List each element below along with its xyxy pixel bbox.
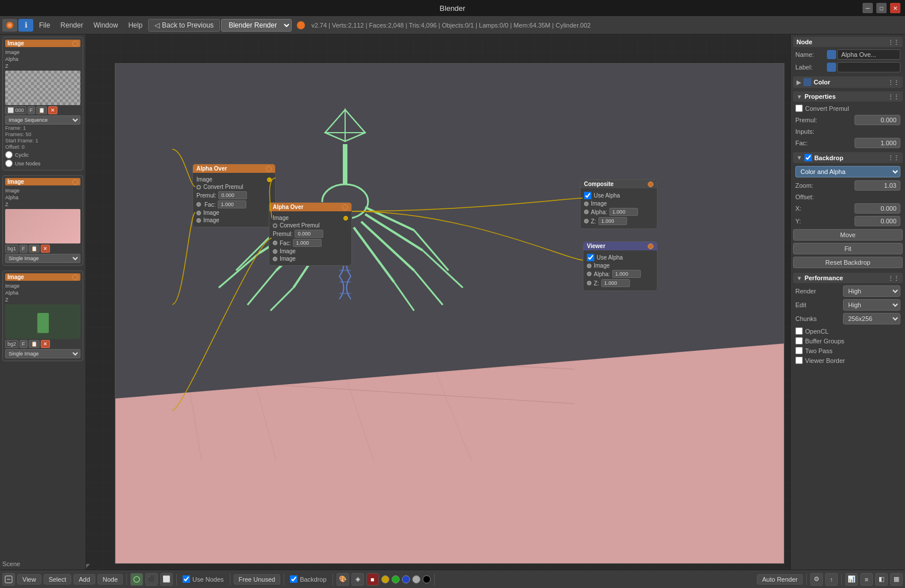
panel-icon-2[interactable]: ≡: [860, 573, 873, 586]
close-button[interactable]: ✕: [890, 3, 900, 13]
settings-icon-2[interactable]: ↑: [825, 573, 838, 586]
alpha-over-1-close[interactable]: [266, 166, 272, 172]
select-button[interactable]: Select: [44, 574, 72, 585]
minimize-button[interactable]: ─: [863, 3, 873, 13]
back-to-previous-button[interactable]: ◁ Back to Previous: [148, 19, 220, 32]
node-type-icon-1[interactable]: [130, 573, 143, 586]
black-color-dot[interactable]: [423, 575, 431, 583]
move-button[interactable]: Move: [793, 229, 903, 241]
zoom-input[interactable]: [854, 180, 900, 191]
fit-button[interactable]: Fit: [793, 243, 903, 254]
x-input[interactable]: [854, 203, 900, 214]
composite-close[interactable]: [648, 181, 653, 187]
backdrop-enable-checkbox[interactable]: [805, 154, 812, 161]
viewer-border-checkbox[interactable]: [795, 357, 803, 364]
alpha-over-2-premul[interactable]: [295, 230, 323, 238]
y-input[interactable]: [854, 216, 900, 226]
alpha-over-1-premul[interactable]: [218, 191, 247, 199]
reset-backdrop-button[interactable]: Reset Backdrop: [793, 257, 903, 268]
node-label-input[interactable]: [837, 62, 900, 72]
render-quality-select[interactable]: High Medium Low: [843, 285, 900, 297]
viewer-use-alpha[interactable]: [587, 254, 594, 261]
window-menu[interactable]: Window: [89, 20, 123, 30]
node-type-icon-3[interactable]: ⬜: [160, 573, 173, 586]
alpha-over-2-close[interactable]: [342, 204, 348, 210]
viewer-node[interactable]: Viewer Use Alpha Image Alpha:: [583, 241, 658, 291]
image-node-2-source[interactable]: Single Image: [5, 254, 80, 263]
alpha-over-2-image-out[interactable]: [343, 216, 348, 220]
cyclic-radio[interactable]: [5, 151, 13, 158]
image-node-3-source[interactable]: Single Image: [5, 349, 80, 358]
alpha-over-1-fac[interactable]: [218, 200, 246, 208]
label-label: Label:: [795, 64, 813, 71]
auto-render-button[interactable]: Auto Render: [757, 574, 803, 585]
yellow-color-dot[interactable]: [381, 575, 389, 583]
chunks-select[interactable]: 256x256 128x128 512x512: [843, 313, 900, 324]
viewer-image-in[interactable]: [587, 264, 591, 268]
convert-premul-checkbox[interactable]: [795, 105, 803, 112]
viewer-close[interactable]: [648, 243, 653, 249]
alpha-over-1-image-in-1[interactable]: [196, 211, 201, 215]
image-node-1-close[interactable]: [72, 41, 78, 47]
node-type-icon-2[interactable]: ⬛: [145, 573, 158, 586]
image-node-1-source[interactable]: Image Sequence: [5, 115, 80, 125]
maximize-button[interactable]: □: [876, 3, 887, 13]
add-button[interactable]: Add: [74, 574, 95, 585]
two-pass-checkbox[interactable]: [795, 347, 803, 354]
file-menu[interactable]: File: [34, 20, 55, 30]
node-editor[interactable]: ◤: [86, 34, 790, 570]
alpha-over-1-image-in-2[interactable]: [196, 218, 201, 223]
viewer-z[interactable]: [601, 279, 630, 287]
svg-line-7: [173, 289, 202, 461]
composite-z[interactable]: [598, 217, 627, 225]
backdrop-checkbox[interactable]: [290, 575, 297, 583]
blender-icon-button[interactable]: [2, 19, 17, 32]
properties-section-header[interactable]: ▼ Properties ⋮⋮: [793, 91, 903, 102]
node-section-header[interactable]: Node ⋮⋮: [793, 37, 903, 47]
viewer-alpha[interactable]: [612, 270, 641, 278]
composite-node[interactable]: Composite Use Alpha Image Alpha:: [580, 179, 658, 229]
gray-color-dot[interactable]: [412, 575, 420, 583]
fac-input[interactable]: [854, 138, 900, 148]
render-menu[interactable]: Render: [56, 20, 87, 30]
green-color-dot[interactable]: [392, 575, 400, 583]
alpha-over-2-fac[interactable]: [293, 239, 322, 247]
node-button[interactable]: Node: [98, 574, 123, 585]
panel-icon-1[interactable]: 📊: [845, 573, 858, 586]
auto-refresh-radio[interactable]: [5, 160, 13, 167]
alpha-over-node-1[interactable]: Alpha Over Image Convert Premul Premul:: [192, 164, 276, 227]
node-name-input[interactable]: [837, 49, 900, 60]
composite-alpha[interactable]: [609, 208, 638, 216]
premul-input[interactable]: [854, 115, 900, 125]
edit-quality-select[interactable]: High Medium Low: [843, 299, 900, 311]
color-picker-1[interactable]: 🎨: [337, 573, 349, 586]
image-node-3-close[interactable]: [72, 274, 78, 280]
blue-color-dot[interactable]: [402, 575, 410, 583]
color-picker-3[interactable]: ■: [366, 573, 379, 586]
use-nodes-checkbox[interactable]: [183, 575, 190, 583]
help-menu[interactable]: Help: [123, 20, 147, 30]
alpha-over-2-image-in-2[interactable]: [273, 257, 277, 261]
free-unused-button[interactable]: Free Unused: [234, 574, 281, 585]
view-button[interactable]: View: [17, 574, 41, 585]
backdrop-section-header[interactable]: ▼ Backdrop ⋮⋮: [793, 152, 903, 163]
color-section: ▶ Color ⋮⋮: [793, 76, 903, 88]
color-section-header[interactable]: ▶ Color ⋮⋮: [793, 76, 903, 88]
image-node-2-close[interactable]: [72, 179, 78, 185]
buffer-groups-checkbox[interactable]: [795, 337, 803, 345]
opencl-checkbox[interactable]: [795, 327, 803, 335]
settings-icon-1[interactable]: ⚙: [810, 573, 823, 586]
composite-image-in[interactable]: [584, 202, 589, 206]
panel-icon-3[interactable]: ◧: [875, 573, 888, 586]
color-picker-2[interactable]: ◈: [351, 573, 364, 586]
panel-icon-4[interactable]: ▦: [890, 573, 903, 586]
render-engine-select[interactable]: Blender Render: [221, 19, 292, 32]
performance-section-header[interactable]: ▼ Performance ⋮⋮: [793, 273, 903, 283]
alpha-over-node-2[interactable]: Alpha Over Image Convert Premul Premul:: [269, 202, 352, 266]
statusbar-icon-1[interactable]: [2, 573, 15, 586]
alpha-over-2-image-in-1[interactable]: [273, 249, 277, 254]
backdrop-display-select[interactable]: Color and Alpha: [795, 166, 900, 177]
info-icon-button[interactable]: ℹ: [18, 19, 33, 32]
alpha-over-1-image-out[interactable]: [267, 177, 272, 182]
composite-use-alpha[interactable]: [584, 192, 591, 199]
